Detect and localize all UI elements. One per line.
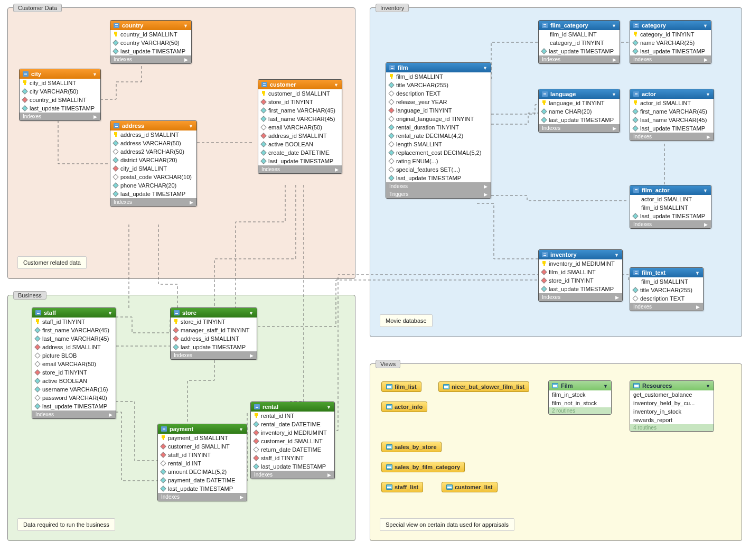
foreign-key-icon xyxy=(112,165,118,171)
table-header[interactable]: customer xyxy=(258,80,342,89)
column-row: amount DECIMAL(5,2) xyxy=(158,468,247,476)
table-icon xyxy=(114,123,119,128)
table-header[interactable]: rental xyxy=(251,402,334,412)
primary-key-icon xyxy=(389,74,393,79)
table-address[interactable]: address address_id SMALLINTaddress VARCH… xyxy=(110,120,197,207)
collapse-icon[interactable] xyxy=(614,251,619,258)
table-header[interactable]: address xyxy=(110,121,196,130)
table-header[interactable]: category xyxy=(630,21,711,30)
collapse-icon[interactable] xyxy=(249,310,254,316)
view-nicer-but-slower-film-list[interactable]: nicer_but_slower_film_list xyxy=(438,381,529,392)
foreign-key-icon xyxy=(22,97,27,102)
table-header[interactable]: staff xyxy=(32,308,116,318)
table-header[interactable]: film_text xyxy=(630,268,703,277)
table-footer-indexes[interactable]: Indexes xyxy=(539,124,620,132)
view-sales-by-film-category[interactable]: sales_by_film_category xyxy=(381,462,465,472)
table-footer-indexes[interactable]: Indexes xyxy=(258,165,342,173)
table-language[interactable]: language language_id TINYINTname CHAR(20… xyxy=(538,89,620,133)
collapse-icon[interactable] xyxy=(108,310,112,316)
table-staff[interactable]: staff staff_id TINYINTfirst_name VARCHAR… xyxy=(32,307,116,419)
table-title: category xyxy=(642,22,666,29)
column-icon xyxy=(632,40,638,45)
collapse-icon[interactable] xyxy=(706,91,710,97)
column-row: name CHAR(20) xyxy=(539,107,620,116)
column-text: length SMALLINT xyxy=(396,141,442,147)
column-row: title VARCHAR(255) xyxy=(386,81,491,89)
collapse-icon[interactable] xyxy=(703,187,708,193)
column-row: last_update TIMESTAMP xyxy=(32,402,116,410)
view-sales-by-store[interactable]: sales_by_store xyxy=(381,442,442,452)
view-label: nicer_but_slower_film_list xyxy=(452,384,524,390)
table-footer-indexes[interactable]: Indexes xyxy=(32,410,116,418)
table-footer-indexes[interactable]: Indexes xyxy=(171,351,257,359)
table-country[interactable]: country country_id SMALLINTcountry VARCH… xyxy=(110,20,192,64)
collapse-icon[interactable] xyxy=(703,22,708,29)
column-icon xyxy=(112,40,118,45)
table-header[interactable]: film xyxy=(386,63,491,72)
view-staff-list[interactable]: staff_list xyxy=(381,482,423,492)
routines-film[interactable]: Film film_in_stock film_not_in_stock 2 r… xyxy=(548,380,612,415)
table-film-category[interactable]: film_category film_id SMALLINTcategory_i… xyxy=(538,20,620,64)
table-header[interactable]: actor xyxy=(630,89,714,99)
table-footer-indexes[interactable]: Indexes xyxy=(539,293,622,301)
table-city[interactable]: city city_id SMALLINTcity VARCHAR(50)cou… xyxy=(19,69,101,121)
table-header[interactable]: store xyxy=(171,308,257,318)
view-actor-info[interactable]: actor_info xyxy=(381,402,427,412)
collapse-icon[interactable] xyxy=(183,22,188,29)
table-title: country xyxy=(122,22,143,29)
table-customer[interactable]: customer customer_id SMALLINTstore_id TI… xyxy=(258,79,342,174)
view-film-list[interactable]: film_list xyxy=(381,381,421,392)
routines-header[interactable]: Resources xyxy=(630,381,714,390)
collapse-icon[interactable] xyxy=(695,269,700,276)
collapse-icon[interactable] xyxy=(706,382,710,389)
table-footer-indexes[interactable]: Indexes xyxy=(630,133,714,141)
table-film-actor[interactable]: film_actor actor_id SMALLINTfilm_id SMAL… xyxy=(630,185,711,229)
collapse-icon[interactable] xyxy=(612,91,616,97)
table-header[interactable]: payment xyxy=(158,424,247,434)
column-icon xyxy=(633,197,639,202)
table-film[interactable]: film film_id SMALLINTtitle VARCHAR(255)d… xyxy=(386,62,491,199)
table-footer-indexes[interactable]: Indexes xyxy=(110,198,196,206)
table-header[interactable]: film_category xyxy=(539,21,620,30)
routines-header[interactable]: Film xyxy=(549,381,611,390)
table-footer-indexes[interactable]: Indexes xyxy=(386,182,491,190)
column-icon xyxy=(388,166,394,172)
column-text: inventory_id MEDIUMINT xyxy=(261,430,327,436)
collapse-icon[interactable] xyxy=(239,426,243,432)
table-actor[interactable]: actor actor_id SMALLINTfirst_name VARCHA… xyxy=(630,89,714,141)
view-icon xyxy=(443,384,449,389)
collapse-icon[interactable] xyxy=(612,22,616,29)
table-footer-indexes[interactable]: Indexes xyxy=(630,303,703,311)
table-category[interactable]: category category_id TINYINTname VARCHAR… xyxy=(630,20,711,64)
collapse-icon[interactable] xyxy=(334,81,339,88)
table-film-text[interactable]: film_text film_id SMALLINTtitle VARCHAR(… xyxy=(630,267,704,311)
table-header[interactable]: inventory xyxy=(539,250,622,259)
table-footer-indexes[interactable]: Indexes xyxy=(251,471,334,479)
table-footer-indexes[interactable]: Indexes xyxy=(20,113,100,120)
collapse-icon[interactable] xyxy=(326,404,331,410)
column-row: staff_id TINYINT xyxy=(158,451,247,459)
collapse-icon[interactable] xyxy=(483,64,487,71)
table-footer-indexes[interactable]: Indexes xyxy=(110,55,191,63)
column-icon xyxy=(34,386,40,392)
collapse-icon[interactable] xyxy=(92,71,97,77)
table-rental[interactable]: rental rental_id INTrental_date DATETIME… xyxy=(250,402,335,479)
column-row: last_update TIMESTAMP xyxy=(20,104,100,113)
table-title: actor xyxy=(642,91,656,97)
table-footer-indexes[interactable]: Indexes xyxy=(630,55,711,63)
table-footer-indexes[interactable]: Indexes xyxy=(539,55,620,63)
table-header[interactable]: language xyxy=(539,89,620,99)
view-customer-list[interactable]: customer_list xyxy=(442,482,498,492)
table-header[interactable]: city xyxy=(20,69,100,79)
table-payment[interactable]: payment payment_id SMALLINTcustomer_id S… xyxy=(157,424,247,501)
routines-resources[interactable]: Resources get_customer_balance inventory… xyxy=(630,380,714,432)
table-inventory[interactable]: inventory inventory_id MEDIUMINTfilm_id … xyxy=(538,249,623,302)
table-store[interactable]: store store_id TINYINTmanager_staff_id T… xyxy=(170,307,257,360)
table-header[interactable]: country xyxy=(110,21,191,30)
collapse-icon[interactable] xyxy=(189,123,193,129)
table-footer-triggers[interactable]: Triggers xyxy=(386,190,491,198)
table-footer-indexes[interactable]: Indexes xyxy=(630,220,711,228)
table-footer-indexes[interactable]: Indexes xyxy=(158,493,247,501)
collapse-icon[interactable] xyxy=(603,382,608,389)
table-header[interactable]: film_actor xyxy=(630,185,711,195)
